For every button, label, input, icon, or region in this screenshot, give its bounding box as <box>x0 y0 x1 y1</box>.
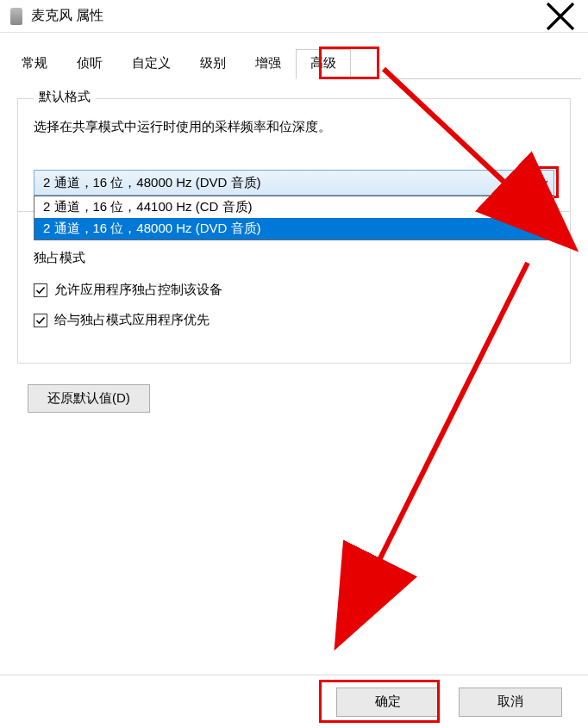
checkmark-icon <box>35 315 46 326</box>
tabs: 常规 侦听 自定义 级别 增强 高级 <box>7 48 581 79</box>
format-dropdown-list: 2 通道，16 位，44100 Hz (CD 音质) 2 通道，16 位，480… <box>34 196 554 240</box>
properties-window: 麦克风 属性 常规 侦听 自定义 级别 增强 高级 默认格式 选择在共享模式中运… <box>0 0 588 728</box>
ok-button[interactable]: 确定 <box>336 688 440 717</box>
tab-enhance[interactable]: 增强 <box>241 49 296 79</box>
checkbox-row: 给与独占模式应用程序优先 <box>34 312 554 328</box>
titlebar: 麦克风 属性 <box>0 0 588 33</box>
format-selected-value: 2 通道，16 位，48000 Hz (DVD 音质) <box>34 175 533 191</box>
tab-listen[interactable]: 侦听 <box>62 49 117 79</box>
window-title: 麦克风 属性 <box>31 7 103 25</box>
checkbox-allow-exclusive[interactable] <box>34 283 47 297</box>
microphone-icon <box>10 8 22 25</box>
checkmark-icon <box>35 285 46 296</box>
checkbox-label: 给与独占模式应用程序优先 <box>54 312 210 328</box>
format-option[interactable]: 2 通道，16 位，44100 Hz (CD 音质) <box>34 196 554 218</box>
cancel-button[interactable]: 取消 <box>459 688 562 717</box>
group-title-exclusive: 独占模式 <box>34 250 554 266</box>
combobox-dropdown-button[interactable] <box>533 171 554 195</box>
default-format-description: 选择在共享模式中运行时使用的采样频率和位深度。 <box>34 119 554 135</box>
tab-advanced[interactable]: 高级 <box>296 49 351 79</box>
format-option[interactable]: 2 通道，16 位，48000 Hz (DVD 音质) <box>34 218 554 240</box>
format-combobox[interactable]: 2 通道，16 位，48000 Hz (DVD 音质) <box>34 170 554 196</box>
chevron-down-icon <box>539 177 549 188</box>
close-button[interactable] <box>543 0 578 33</box>
restore-defaults-button[interactable]: 还原默认值(D) <box>28 384 150 413</box>
dialog-footer: 确定 取消 <box>0 675 588 728</box>
tab-custom[interactable]: 自定义 <box>117 49 185 79</box>
tab-levels[interactable]: 级别 <box>185 49 241 79</box>
tab-general[interactable]: 常规 <box>7 49 62 79</box>
group-title-default-format: 默认格式 <box>34 89 96 105</box>
close-icon <box>543 0 578 34</box>
tab-panel-advanced: 默认格式 选择在共享模式中运行时使用的采样频率和位深度。 2 通道，16 位，4… <box>7 79 581 413</box>
checkbox-row: 允许应用程序独占控制该设备 <box>34 282 554 298</box>
format-combo-wrap: 2 通道，16 位，48000 Hz (DVD 音质) 2 通道，16 位，44… <box>34 170 554 196</box>
default-format-group: 默认格式 选择在共享模式中运行时使用的采样频率和位深度。 2 通道，16 位，4… <box>17 98 571 212</box>
checkbox-label: 允许应用程序独占控制该设备 <box>54 282 222 298</box>
checkbox-exclusive-priority[interactable] <box>34 314 47 327</box>
